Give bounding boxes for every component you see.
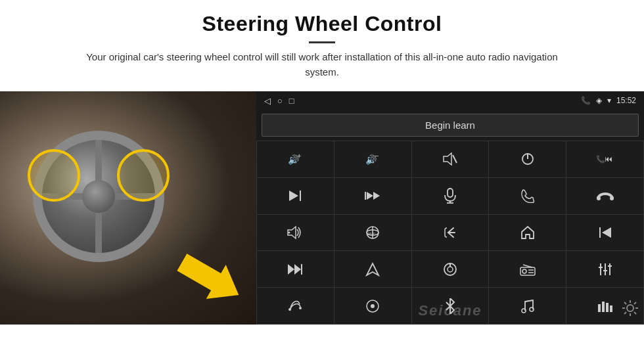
speaker-button[interactable] [257, 215, 334, 251]
status-time: 15:52 [616, 96, 636, 105]
status-bar-left: ◁ ○ □ [264, 96, 294, 106]
arrow-container [177, 259, 243, 298]
content-row: ◁ ○ □ 📞 ◈ ▾ 15:52 Begin learn [0, 91, 644, 325]
prev-track-button[interactable] [566, 215, 643, 251]
vol-up-button[interactable]: 🔊+ [257, 141, 334, 177]
head-unit-display: ◁ ○ □ 📞 ◈ ▾ 15:52 Begin learn [256, 91, 644, 325]
home-circle-icon[interactable]: ○ [277, 96, 283, 106]
highlight-circle-right [117, 149, 170, 202]
header-section: Steering Wheel Control Your original car… [0, 0, 644, 86]
svg-point-38 [522, 269, 526, 273]
page-container: Steering Wheel Control Your original car… [0, 0, 644, 360]
svg-point-34 [448, 267, 453, 272]
svg-line-63 [624, 302, 626, 304]
recents-icon[interactable]: □ [289, 96, 294, 106]
svg-line-66 [624, 312, 626, 314]
source-button[interactable] [412, 251, 489, 287]
status-bar-right: 📞 ◈ ▾ 15:52 [581, 96, 636, 105]
car-image [0, 91, 256, 325]
svg-line-5 [453, 155, 457, 163]
svg-point-58 [627, 305, 633, 311]
location-icon: ◈ [596, 96, 602, 105]
hang-up-button[interactable] [566, 178, 643, 214]
subtitle-text: Your original car's steering wheel contr… [72, 50, 572, 79]
svg-marker-4 [444, 153, 451, 165]
title-divider [309, 41, 335, 43]
svg-point-19 [610, 196, 614, 200]
controls-grid: 🔊+ 🔊− [256, 141, 644, 325]
svg-text:📞: 📞 [596, 154, 605, 164]
svg-point-21 [288, 231, 290, 233]
svg-text:⏮: ⏮ [605, 154, 612, 164]
phone-prev-button[interactable]: 📞 ⏮ [566, 141, 643, 177]
svg-rect-31 [301, 264, 302, 275]
home-nav-button[interactable] [489, 215, 566, 251]
svg-marker-28 [602, 227, 611, 238]
phone-status-icon: 📞 [581, 96, 591, 105]
svg-marker-29 [288, 264, 294, 275]
svg-point-18 [597, 196, 601, 200]
svg-text:−: − [375, 153, 379, 160]
menu-button[interactable] [334, 288, 411, 324]
svg-text:360°: 360° [367, 232, 376, 236]
sw-center-hub [82, 180, 115, 213]
begin-learn-row: Begin learn [256, 110, 644, 141]
svg-line-53 [525, 300, 533, 302]
navigation-button[interactable] [334, 251, 411, 287]
svg-point-48 [299, 307, 302, 309]
svg-marker-30 [294, 264, 301, 275]
svg-rect-11 [300, 191, 301, 201]
equalizer-button[interactable] [566, 251, 643, 287]
svg-marker-14 [373, 192, 380, 200]
wifi-icon: ▾ [607, 96, 611, 105]
fast-fwd2-button[interactable] [257, 251, 334, 287]
mute-button[interactable] [412, 141, 489, 177]
svg-text:+: + [297, 153, 301, 160]
radio-button[interactable] [489, 251, 566, 287]
svg-line-64 [634, 312, 636, 314]
back-nav-button[interactable] [412, 215, 489, 251]
svg-marker-10 [289, 191, 298, 201]
svg-marker-13 [367, 192, 373, 200]
settings-gear-icon[interactable] [622, 300, 639, 321]
call-button[interactable] [489, 178, 566, 214]
svg-rect-27 [599, 227, 601, 238]
svg-rect-56 [606, 303, 609, 312]
svg-line-65 [634, 302, 636, 304]
svg-marker-32 [367, 263, 379, 275]
svg-point-50 [371, 304, 375, 308]
360-button[interactable]: 360° [334, 215, 411, 251]
bluetooth-button[interactable] [412, 288, 489, 324]
vol-down-button[interactable]: 🔊− [334, 141, 411, 177]
back-icon[interactable]: ◁ [264, 96, 271, 106]
voice-button[interactable] [257, 288, 334, 324]
status-bar: ◁ ○ □ 📞 ◈ ▾ 15:52 [256, 91, 644, 110]
svg-point-47 [288, 308, 291, 311]
power-button[interactable] [489, 141, 566, 177]
music-button[interactable] [489, 288, 566, 324]
svg-marker-26 [522, 227, 534, 238]
mic-button[interactable] [412, 178, 489, 214]
svg-rect-57 [610, 305, 612, 312]
svg-rect-15 [448, 189, 453, 197]
highlight-circle-left [28, 149, 80, 202]
begin-learn-button[interactable]: Begin learn [262, 114, 639, 137]
ff-button[interactable] [334, 178, 411, 214]
svg-rect-55 [602, 302, 605, 312]
page-title: Steering Wheel Control [26, 12, 618, 36]
skip-next-button[interactable] [257, 178, 334, 214]
head-unit-wrapper: ◁ ○ □ 📞 ◈ ▾ 15:52 Begin learn [256, 91, 644, 325]
svg-rect-54 [598, 304, 601, 312]
